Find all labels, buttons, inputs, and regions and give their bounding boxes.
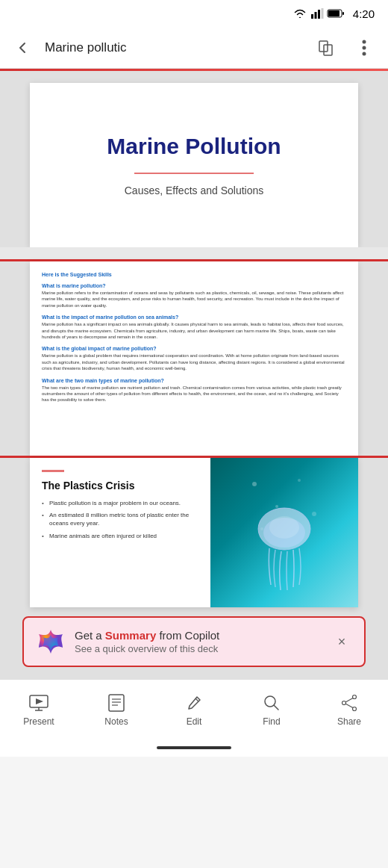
svg-point-19 [269,516,299,539]
nav-edit[interactable]: Edit [155,692,233,727]
slides-area: Marine Pollution Causes, Effects and Sol… [0,71,388,679]
qa-item-4: What are the two main types of marine po… [42,378,346,403]
more-vertical-icon [362,40,366,56]
signal-icon [311,8,323,19]
slide-1-divider [134,173,254,174]
qa-header: Here is the Suggested Skills [42,272,346,277]
qa-a1: Marine pollution refers to the contamina… [42,290,346,309]
present-icon-svg [29,695,48,711]
svg-point-13 [298,479,301,482]
svg-point-33 [342,701,346,704]
svg-rect-5 [328,10,340,16]
svg-rect-6 [342,12,344,15]
slide-1-title: Marine Pollution [107,134,281,159]
battery-icon [328,9,344,18]
slide-3-left: The Plastics Crisis Plastic pollution is… [30,458,210,607]
qa-item-2: What is the impact of marine pollution o… [42,314,346,340]
svg-point-15 [312,512,316,516]
present-label: Present [23,716,54,727]
find-icon [261,692,282,713]
find-label: Find [263,716,280,727]
copilot-area: Get a Summary from Copilot See a quick o… [0,607,388,679]
back-arrow-icon [15,40,30,55]
copilot-icon [36,627,66,657]
nav-notes[interactable]: Notes [78,692,155,727]
home-indicator [0,739,388,757]
slide-3-bullet-3: Marine animals are often injured or kill… [42,532,198,540]
svg-line-34 [345,698,353,702]
qa-header-text: Here is the Suggested Skills [42,272,346,277]
slide-2[interactable]: Here is the Suggested Skills What is mar… [30,261,358,456]
notes-icon [106,692,127,713]
status-bar: 4:20 [0,0,388,27]
nav-present[interactable]: Present [0,692,78,727]
back-button[interactable] [9,34,36,61]
svg-point-31 [353,695,357,698]
copilot-line2: See a quick overview of this deck [75,643,322,654]
present-icon [28,692,49,713]
document-title: Marine pollutic [45,40,304,55]
top-bar-actions [313,33,379,63]
svg-point-12 [252,482,257,486]
slide-3-heading: The Plastics Crisis [42,480,198,492]
qa-a3: Marine pollution is a global problem tha… [42,353,346,371]
qa-q1: What is marine pollution? [42,283,346,288]
slide-3[interactable]: The Plastics Crisis Plastic pollution is… [30,458,358,607]
svg-rect-1 [314,12,316,19]
share-icon-svg [340,695,358,711]
svg-marker-21 [36,698,43,704]
slide-1-subtitle: Causes, Effects and Solutions [125,185,264,196]
svg-point-14 [275,505,278,508]
find-icon-svg [263,695,280,711]
bottom-nav: Present Notes Edit Find [0,679,388,739]
jellyfish-illustration [210,458,358,607]
slide-3-bullet-2: An estimated 8 million metric tons of pl… [42,511,198,527]
svg-rect-3 [321,8,323,19]
qa-q4: What are the two main types of marine po… [42,378,346,383]
coauthor-button[interactable] [313,33,343,63]
jellyfish-svg [240,469,329,596]
nav-find[interactable]: Find [233,692,310,727]
svg-rect-2 [318,10,320,19]
copilot-text: Get a Summary from Copilot See a quick o… [75,629,322,654]
svg-point-32 [353,707,357,710]
svg-rect-24 [109,695,124,711]
slides-separator-1 [0,247,388,259]
wifi-icon [293,8,307,19]
coauthor-icon [318,39,339,57]
svg-rect-0 [311,14,313,19]
copilot-from: from Copilot [156,629,219,642]
qa-a4: The two main types of marine pollution a… [42,385,346,403]
qa-q3: What is the global impact of marine poll… [42,346,346,351]
slide-3-accent [42,470,64,472]
slide-3-image [210,458,358,607]
slide-1[interactable]: Marine Pollution Causes, Effects and Sol… [30,83,358,247]
copilot-summary: Summary [105,629,156,642]
notes-icon-svg [108,694,125,712]
notes-label: Notes [104,716,128,727]
svg-point-9 [363,40,366,43]
home-bar [157,746,231,749]
status-time: 4:20 [353,7,375,20]
qa-q2: What is the impact of marine pollution o… [42,314,346,320]
status-icons [293,8,344,19]
copilot-line1: Get a Summary from Copilot [75,629,322,642]
share-label: Share [337,716,361,727]
qa-item-3: What is the global impact of marine poll… [42,346,346,371]
svg-point-11 [363,52,366,55]
edit-icon [184,692,204,713]
svg-line-28 [195,698,198,701]
copilot-logo-icon [36,627,66,657]
copilot-get-a: Get a [75,629,105,642]
more-menu-button[interactable] [349,33,379,63]
edit-icon-svg [186,695,202,711]
slide-3-bullet-1: Plastic pollution is a major problem in … [42,499,198,507]
nav-share[interactable]: Share [310,692,388,727]
svg-line-35 [345,704,353,708]
qa-a2: Marine pollution has a significant impac… [42,321,346,340]
copilot-close-button[interactable]: × [331,631,352,652]
svg-line-30 [274,705,278,710]
top-bar: Marine pollutic [0,27,388,69]
copilot-banner[interactable]: Get a Summary from Copilot See a quick o… [22,616,366,667]
svg-point-10 [363,46,366,49]
